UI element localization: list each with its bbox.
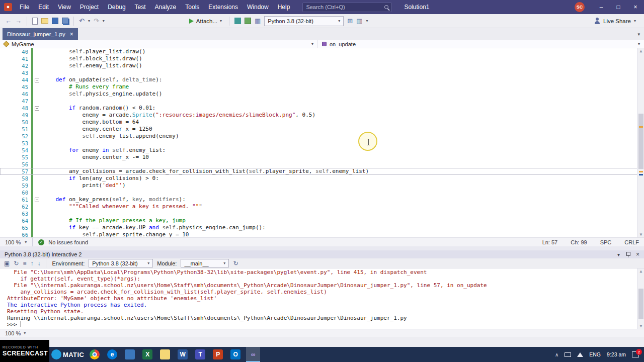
menu-tools[interactable]: Tools: [181, 0, 204, 14]
code-line-42[interactable]: 42 self.enemy_list.draw(): [0, 62, 644, 69]
pin-icon[interactable]: [626, 252, 630, 257]
tray-expand-icon[interactable]: ∧: [555, 352, 558, 357]
scroll-up-icon[interactable]: ▲: [637, 269, 644, 274]
breakpoint-margin[interactable]: [0, 224, 7, 231]
notification-icon[interactable]: 2: [632, 351, 639, 357]
method-dropdown[interactable]: on_update ▾: [318, 40, 644, 48]
code-line-55[interactable]: 55 enemy.center_x -= 10: [0, 154, 644, 161]
fold-column[interactable]: −: [33, 76, 41, 83]
menu-window[interactable]: Window: [243, 0, 273, 14]
issues-status[interactable]: No issues found: [48, 239, 88, 245]
history-prev-icon[interactable]: ↑: [30, 260, 33, 267]
scrollbar-thumb[interactable]: [638, 289, 643, 319]
tab-close-icon[interactable]: ×: [70, 31, 73, 37]
menu-extensions[interactable]: Extensions: [204, 0, 243, 14]
collapse-icon[interactable]: −: [35, 106, 39, 111]
breakpoint-margin[interactable]: [0, 105, 7, 112]
escape-icon[interactable]: ▣: [4, 260, 10, 267]
scrollbar-thumb[interactable]: [638, 114, 643, 169]
collapse-icon[interactable]: −: [35, 198, 39, 202]
open-file-icon[interactable]: [41, 18, 48, 24]
taskbar-icon-folder[interactable]: [158, 347, 172, 362]
build-icon[interactable]: ⊞: [347, 17, 353, 25]
menu-debug[interactable]: Debug: [103, 0, 130, 14]
account-avatar[interactable]: SC: [575, 2, 585, 12]
interactive-window-header[interactable]: Python 3.8 (32-bit) Interactive 2 ▾ ×: [0, 250, 644, 258]
code-line-56[interactable]: 56: [0, 161, 644, 168]
new-file-icon[interactable]: [32, 18, 38, 25]
code-line-43[interactable]: 43: [0, 69, 644, 76]
refresh-icon[interactable]: ↻: [233, 260, 238, 267]
collapse-icon[interactable]: −: [35, 78, 39, 82]
code-line-54[interactable]: 54 for enemy in self.enemy_list:: [0, 147, 644, 154]
undo-icon[interactable]: ↶: [79, 17, 85, 25]
breakpoint-margin[interactable]: [0, 196, 7, 203]
breakpoint-margin[interactable]: [0, 48, 7, 55]
zoom-dropdown-icon[interactable]: ▾: [24, 331, 26, 335]
breakpoint-margin[interactable]: [0, 62, 7, 69]
code-line-41[interactable]: 41 self.block_list.draw(): [0, 55, 644, 62]
save-icon[interactable]: [52, 18, 58, 24]
menu-analyze[interactable]: Analyze: [150, 0, 181, 14]
nav-back-icon[interactable]: ←: [5, 17, 12, 25]
code-line-61[interactable]: 61− def on_key_press(self, key, modifier…: [0, 196, 644, 203]
code-line-65[interactable]: 65 if key == arcade.key.UP and self.phys…: [0, 224, 644, 231]
code-line-62[interactable]: 62 """Called whenever a key is pressed. …: [0, 203, 644, 210]
code-line-49[interactable]: 49 enemy = arcade.Sprite(":resources:ima…: [0, 112, 644, 119]
toolbar-overflow-icon[interactable]: ▾: [366, 19, 368, 23]
scroll-down-icon[interactable]: ▼: [637, 232, 644, 237]
code-line-51[interactable]: 51 enemy.center_x = 1250: [0, 126, 644, 133]
taskbar-icon-visual-studio[interactable]: ∞: [246, 347, 260, 362]
scroll-up-icon[interactable]: ▲: [637, 49, 644, 53]
code-line-47[interactable]: 47: [0, 98, 644, 105]
taskbar-icon-word[interactable]: W: [176, 347, 190, 362]
breakpoint-margin[interactable]: [0, 76, 7, 83]
environment-dropdown[interactable]: Python 3.8 (32-bit) ▾: [89, 259, 153, 267]
breakpoint-margin[interactable]: [0, 69, 7, 76]
class-dropdown[interactable]: MyGame ▾: [0, 40, 318, 48]
breakpoint-margin[interactable]: [0, 126, 7, 133]
taskbar-icon-teams[interactable]: T: [193, 347, 207, 362]
menu-test[interactable]: Test: [130, 0, 150, 14]
interactive-zoom-level[interactable]: 100 %: [5, 330, 21, 336]
breakpoint-margin[interactable]: [0, 189, 7, 196]
breakpoint-margin[interactable]: [0, 119, 7, 126]
breakpoint-margin[interactable]: [0, 98, 7, 105]
search-input[interactable]: Search (Ctrl+Q): [302, 3, 392, 12]
breakpoint-margin[interactable]: [0, 210, 7, 217]
code-line-50[interactable]: 50 enemy.bottom = 64: [0, 119, 644, 126]
console-scrollbar[interactable]: ▲ ▼: [637, 268, 644, 329]
redo-dropdown-icon[interactable]: ▾: [103, 19, 105, 23]
code-editor[interactable]: 40 self.player_list.draw()41 self.block_…: [0, 48, 644, 237]
breakpoint-margin[interactable]: [0, 161, 7, 168]
code-line-57[interactable]: 57 any_collisions = arcade.check_for_col…: [0, 168, 644, 175]
preview-icon[interactable]: [245, 18, 251, 24]
code-line-44[interactable]: 44− def on_update(self, delta_time):: [0, 76, 644, 83]
clear-icon[interactable]: ≡: [23, 260, 26, 267]
code-line-58[interactable]: 58 if len(any_collisions) > 0:: [0, 175, 644, 182]
breakpoint-margin[interactable]: [0, 133, 7, 140]
interactive-console[interactable]: File "C:\Users\smh\AppData\Local\Program…: [0, 268, 644, 329]
step-icon[interactable]: [234, 18, 241, 24]
history-next-icon[interactable]: ↓: [37, 260, 40, 267]
menu-edit[interactable]: Edit: [34, 0, 53, 14]
window-position-icon[interactable]: ▾: [617, 252, 620, 257]
maximize-button[interactable]: □: [610, 0, 627, 14]
minimize-button[interactable]: –: [593, 0, 610, 14]
fold-column[interactable]: −: [33, 196, 41, 203]
python-version-dropdown[interactable]: Python 3.8 (32-bit) ▾: [264, 16, 344, 26]
breakpoint-margin[interactable]: [0, 112, 7, 119]
grid-icon[interactable]: ▦: [255, 17, 261, 25]
taskbar-icon-edge[interactable]: e: [105, 347, 119, 362]
zoom-dropdown-icon[interactable]: ▾: [25, 240, 27, 244]
undo-dropdown-icon[interactable]: ▾: [88, 19, 90, 23]
breakpoint-margin[interactable]: [0, 217, 7, 224]
volume-icon[interactable]: [577, 352, 583, 357]
reset-icon[interactable]: ↻: [14, 260, 19, 267]
attach-button[interactable]: Attach... ▾: [187, 17, 224, 25]
code-line-59[interactable]: 59 print('ded"'): [0, 182, 644, 189]
zoom-level[interactable]: 100 %: [5, 239, 21, 245]
code-line-63[interactable]: 63: [0, 210, 644, 217]
code-line-48[interactable]: 48− if random.random() < 0.01:: [0, 105, 644, 112]
code-line-46[interactable]: 46 self.physics_engine.update(): [0, 90, 644, 98]
